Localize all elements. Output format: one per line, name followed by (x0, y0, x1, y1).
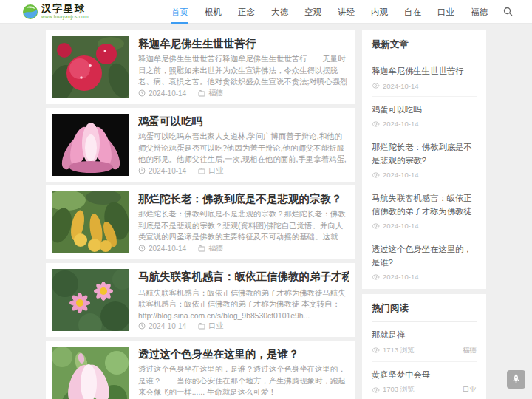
article-body: 释迦牟尼佛生生世世苦行 释迦牟尼佛生生世世苦行释迦牟尼佛生生世世苦行 无量时日之… (138, 36, 349, 98)
latest-article-item[interactable]: 释迦牟尼佛生生世世苦行 2024-10-14 (372, 58, 477, 97)
latest-article-meta: 2024-10-14 (372, 82, 477, 90)
article-date-wrap: 2024-10-14 (138, 89, 186, 98)
article-title-link[interactable]: 鸡蛋可以吃吗 (138, 115, 349, 127)
article-thumbnail-lotus-black[interactable] (52, 114, 129, 176)
article-excerpt: 那烂陀长老：佛教到底是不是悲观的宗教？那烂陀长老：佛教到底是不是悲观的宗教？悲观… (138, 208, 349, 243)
latest-article-title: 那烂陀长老：佛教到底是不是悲观的宗教? (372, 141, 477, 167)
latest-article-item[interactable]: 透过这个色身坐在这里的，是谁? 2024-10-14 (372, 236, 477, 287)
article-excerpt: 马航失联客机感言：皈依正信佛教的弟子才称为佛教徒马航失联客机感言：皈依正信佛教的… (138, 287, 349, 321)
article-card: 透过这个色身坐在这里的，是谁？ 透过这个色身坐在这里的，是谁？透过这个色身坐在这… (46, 341, 355, 399)
article-title-link[interactable]: 透过这个色身坐在这里的，是谁？ (138, 347, 349, 360)
hot-read-item[interactable]: 黄庭坚梦中会母 1703 浏览 口业 (372, 362, 477, 399)
hot-read-meta: 1703 浏览 口业 (372, 385, 477, 395)
latest-article-item[interactable]: 鸡蛋可以吃吗 2024-10-14 (372, 97, 477, 135)
latest-article-date: 2024-10-14 (383, 171, 419, 179)
article-meta: 2024-10-14 口业 (138, 166, 349, 176)
folder-icon (198, 168, 205, 174)
article-list: 释迦牟尼佛生生世世苦行 释迦牟尼佛生生世世苦行释迦牟尼佛生生世世苦行 无量时日之… (46, 30, 355, 399)
nav-item-kongguan[interactable]: 空观 (296, 0, 330, 24)
article-date: 2024-10-14 (149, 89, 186, 98)
article-category-link[interactable]: 福德 (198, 243, 223, 253)
article-title-link[interactable]: 马航失联客机感言：皈依正信佛教的弟子才称为佛教徒 (138, 270, 349, 284)
eye-icon (372, 172, 380, 178)
nav-item-jiangjing[interactable]: 讲经 (330, 0, 363, 24)
article-thumbnail-red-flower[interactable] (52, 36, 129, 98)
latest-article-date: 2024-10-14 (383, 273, 419, 281)
article-date-wrap: 2024-10-14 (138, 167, 186, 175)
clock-icon (138, 245, 146, 252)
article-category: 福德 (208, 243, 223, 253)
article-card: 那烂陀长老：佛教到底是不是悲观的宗教？ 那烂陀长老：佛教到底是不是悲观的宗教？那… (46, 185, 355, 259)
latest-article-item[interactable]: 那烂陀长老：佛教到底是不是悲观的宗教? 2024-10-14 (372, 134, 477, 185)
article-category: 口业 (208, 321, 223, 331)
nav-item-zizai[interactable]: 自在 (396, 0, 429, 24)
article-thumbnail-yellow-trumpets[interactable] (52, 191, 129, 253)
folder-icon (198, 90, 205, 97)
article-date: 2024-10-14 (149, 245, 186, 253)
hot-read-meta: 1713 浏览 福德 (372, 346, 477, 355)
search-button[interactable] (496, 7, 513, 16)
article-meta: 2024-10-14 福德 (138, 243, 349, 253)
hot-read-category[interactable]: 福德 (463, 346, 477, 355)
hot-read-views-wrap: 1713 浏览 (372, 346, 415, 355)
article-category-link[interactable]: 口业 (198, 321, 223, 331)
nav-item-neiguan[interactable]: 内观 (363, 0, 396, 24)
article-category-link[interactable]: 口业 (198, 166, 223, 176)
search-icon (503, 7, 513, 16)
site-logo[interactable]: 汉字星球 www.huayanjcs.com (22, 4, 89, 20)
clock-icon (138, 167, 146, 174)
latest-article-title: 马航失联客机感言：皈依正信佛教的弟子才称为佛教徒 (372, 192, 477, 218)
nav-item-dade[interactable]: 大德 (263, 0, 296, 24)
latest-article-date: 2024-10-14 (383, 82, 419, 90)
article-date-wrap: 2024-10-14 (138, 245, 186, 253)
latest-article-title: 透过这个色身坐在这里的，是谁? (372, 243, 477, 269)
latest-article-meta: 2024-10-14 (372, 222, 477, 230)
article-date: 2024-10-14 (149, 322, 186, 330)
article-category: 口业 (208, 166, 223, 176)
hot-reads-box: 热门阅读 那就是禅 1713 浏览 福德 黄庭坚梦中会母 (362, 294, 486, 399)
folder-icon (198, 245, 205, 252)
latest-article-item[interactable]: 马航失联客机感言：皈依正信佛教的弟子才称为佛教徒 2024-10-14 (372, 185, 477, 236)
clock-icon (138, 322, 146, 330)
nav-item-home[interactable]: 首页 (163, 0, 197, 24)
article-category-link[interactable]: 福德 (198, 88, 223, 98)
eye-icon (372, 223, 380, 229)
latest-article-meta: 2024-10-14 (372, 120, 477, 128)
article-category: 福德 (208, 88, 223, 98)
article-body: 透过这个色身坐在这里的，是谁？ 透过这个色身坐在这里的，是谁？透过这个色身坐在这… (138, 347, 349, 399)
article-meta: 2024-10-14 口业 (138, 321, 349, 331)
eye-icon (372, 83, 380, 89)
site-url: www.huayanjcs.com (41, 15, 89, 20)
article-excerpt: 释迦牟尼佛生生世世苦行释迦牟尼佛生生世世苦行 无量时日之前，照慰如来出世并为众生… (138, 53, 349, 88)
hot-reads-title: 热门阅读 (372, 302, 477, 322)
article-body: 鸡蛋可以吃吗 鸡蛋可以吃吗东晋出家人支道林,学问广博而善于辩论,和他的师父辩论鸡… (138, 114, 349, 176)
hot-read-category[interactable]: 口业 (463, 385, 477, 395)
site-header: 汉字星球 www.huayanjcs.com 首页 根机 正念 大德 空观 讲经… (0, 0, 532, 24)
hot-read-views: 1703 浏览 (383, 385, 415, 395)
latest-article-title: 鸡蛋可以吃吗 (372, 103, 477, 117)
latest-article-meta: 2024-10-14 (372, 171, 477, 179)
nav-item-fude[interactable]: 福德 (463, 0, 496, 24)
back-to-top-button[interactable] (507, 370, 525, 389)
nav-item-genji[interactable]: 根机 (197, 0, 230, 24)
nav-item-zhengnian[interactable]: 正念 (230, 0, 263, 24)
article-date: 2024-10-14 (149, 167, 186, 175)
rocket-icon (511, 374, 521, 385)
article-card: 鸡蛋可以吃吗 鸡蛋可以吃吗东晋出家人支道林,学问广博而善于辩论,和他的师父辩论鸡… (46, 108, 355, 182)
latest-article-date: 2024-10-14 (383, 120, 419, 128)
latest-article-title: 释迦牟尼佛生生世世苦行 (372, 65, 477, 78)
nav-item-kouye[interactable]: 口业 (429, 0, 463, 24)
article-title-link[interactable]: 那烂陀长老：佛教到底是不是悲观的宗教？ (138, 192, 349, 205)
article-thumbnail-lotus-bud[interactable] (52, 347, 129, 399)
article-title-link[interactable]: 释迦牟尼佛生生世世苦行 (138, 37, 349, 50)
article-body: 那烂陀长老：佛教到底是不是悲观的宗教？ 那烂陀长老：佛教到底是不是悲观的宗教？那… (138, 191, 349, 253)
article-card: 释迦牟尼佛生生世世苦行 释迦牟尼佛生生世世苦行释迦牟尼佛生生世世苦行 无量时日之… (46, 30, 355, 104)
article-thumbnail-waterlilies[interactable] (52, 269, 129, 331)
hot-read-item[interactable]: 那就是禅 1713 浏览 福德 (372, 322, 477, 362)
page-content: 释迦牟尼佛生生世世苦行 释迦牟尼佛生生世世苦行释迦牟尼佛生生世世苦行 无量时日之… (46, 30, 486, 399)
article-card: 马航失联客机感言：皈依正信佛教的弟子才称为佛教徒 马航失联客机感言：皈依正信佛教… (46, 263, 355, 337)
main-nav: 首页 根机 正念 大德 空观 讲经 内观 自在 口业 福德 (163, 0, 513, 24)
eye-icon (372, 121, 380, 127)
article-excerpt: 鸡蛋可以吃吗东晋出家人支道林,学问广博而善于辩论,和他的师父辩论鸡蛋是否可以吃?… (138, 131, 349, 166)
latest-articles-title: 最新文章 (372, 38, 477, 58)
